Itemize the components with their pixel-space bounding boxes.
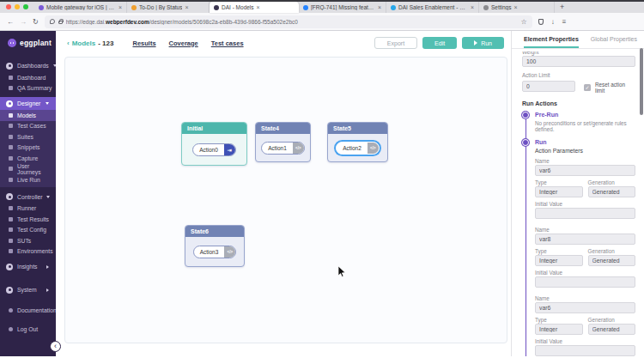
action-pill-action0[interactable]: Action0 ⇥ xyxy=(192,143,236,156)
sidebar-item-environments[interactable]: Environments xyxy=(0,246,56,258)
browser-tab-settings[interactable]: Settings × xyxy=(479,2,555,13)
sidebar-item-snippets[interactable]: Snippets xyxy=(0,143,56,154)
run-step-icon xyxy=(522,139,529,146)
sidebar-item-insights[interactable]: Insights xyxy=(0,260,56,273)
menu-icon[interactable]: ≡ xyxy=(562,18,567,26)
model-node-state4[interactable]: State4 Action1 </> xyxy=(255,122,311,162)
sidebar-item-dashboard[interactable]: Dashboard xyxy=(0,72,56,83)
param-generation-input[interactable] xyxy=(588,324,636,335)
browser-tab-frq741[interactable]: [FRQ-741] Missing feature - te... × xyxy=(299,2,386,13)
action-limit-input[interactable] xyxy=(522,81,575,92)
breadcrumb[interactable]: ‹ Models - 123 xyxy=(67,39,113,47)
model-node-state5[interactable]: State5 Action2 </> xyxy=(327,122,388,162)
node-title[interactable]: State6 xyxy=(185,226,244,237)
browser-tab-dai-models[interactable]: DAI - Models × xyxy=(210,2,299,13)
param-name-input[interactable] xyxy=(535,165,635,176)
sidebar-collapse-button[interactable]: ‹ xyxy=(50,341,61,352)
panel-scrollbar[interactable] xyxy=(640,48,643,115)
window-controls[interactable] xyxy=(0,4,34,13)
close-tab-icon[interactable]: × xyxy=(185,4,188,10)
browser-tab-onedrive[interactable]: DAI Sales Enablement - OneDri... × xyxy=(386,2,479,13)
back-chevron-icon[interactable]: ‹ xyxy=(67,39,70,47)
results-link[interactable]: Results xyxy=(132,39,155,47)
test-cases-link[interactable]: Test cases xyxy=(211,39,244,47)
browser-tab-mobile-gateway[interactable]: Mobile gateway for iOS | Mobi... × xyxy=(34,2,127,13)
param-name-input[interactable] xyxy=(535,302,635,313)
sidebar-item-dashboards[interactable]: Dashboards xyxy=(0,59,56,72)
run-section[interactable]: Run Action Parameters Name Type Generati… xyxy=(535,139,635,356)
forward-icon[interactable]: → xyxy=(20,18,27,26)
minimize-window-icon[interactable] xyxy=(15,4,20,9)
tab-element-properties[interactable]: Element Properties xyxy=(524,36,579,48)
extension-shield-icon[interactable] xyxy=(538,19,544,25)
node-title[interactable]: Initial xyxy=(182,123,246,134)
param-type-input[interactable] xyxy=(535,324,583,335)
model-node-state6[interactable]: State6 Action3 </> xyxy=(185,225,245,267)
sidebar-item-system[interactable]: System xyxy=(0,283,56,296)
model-canvas[interactable]: Initial Action0 ⇥ State4 Action1 </> xyxy=(64,57,507,343)
pre-run-label[interactable]: Pre-Run xyxy=(535,112,635,118)
maximize-window-icon[interactable] xyxy=(23,4,28,9)
sidebar-item-suites[interactable]: Suites xyxy=(0,131,56,143)
sidebar-item-designer[interactable]: Designer xyxy=(0,97,56,110)
sidebar-item-documentation[interactable]: Documentation xyxy=(0,305,56,316)
address-input[interactable]: https://edge.dai.webperfdev.com/designer… xyxy=(45,15,532,28)
param-initial-value-input[interactable] xyxy=(535,208,635,219)
weight-input[interactable] xyxy=(522,56,635,67)
param-initial-value-input[interactable] xyxy=(535,345,635,356)
param-initial-value-input[interactable] xyxy=(535,276,635,288)
param-generation-input[interactable] xyxy=(588,255,636,266)
code-action-icon[interactable]: </> xyxy=(368,143,379,154)
back-icon[interactable]: ← xyxy=(7,18,14,26)
sidebar-item-test-cases[interactable]: Test Cases xyxy=(0,121,56,132)
sidebar-item-capture[interactable]: Capture xyxy=(0,153,56,164)
sidebar-item-test-results[interactable]: Test Results xyxy=(0,214,56,225)
lock-icon[interactable] xyxy=(58,21,63,24)
sidebar-item-log-out[interactable]: Log Out xyxy=(0,325,56,336)
close-tab-icon[interactable]: × xyxy=(118,4,122,10)
coverage-link[interactable]: Coverage xyxy=(169,39,198,47)
sidebar-item-test-config[interactable]: Test Config xyxy=(0,225,56,236)
export-button[interactable]: Export xyxy=(374,37,417,49)
sidebar-item-qa-summary[interactable]: QA Summary xyxy=(0,83,56,94)
close-tab-icon[interactable]: × xyxy=(378,4,381,10)
browser-tab-todo[interactable]: To-Do | By Status × xyxy=(127,2,210,13)
new-tab-button[interactable]: + xyxy=(555,3,569,13)
sidebar-item-suts[interactable]: SUTs xyxy=(0,235,56,246)
close-tab-icon[interactable]: × xyxy=(471,4,474,10)
close-tab-icon[interactable]: × xyxy=(514,4,518,10)
model-node-initial[interactable]: Initial Action0 ⇥ xyxy=(181,122,247,166)
param-name-input[interactable] xyxy=(535,234,635,245)
pre-run-section[interactable]: Pre-Run No preconditions or set/generate… xyxy=(535,112,635,132)
code-action-icon[interactable]: </> xyxy=(293,143,304,154)
reset-action-limit-checkbox[interactable]: ✓ xyxy=(584,84,591,91)
param-generation-input[interactable] xyxy=(588,186,636,197)
bookmark-star-icon[interactable]: ☆ xyxy=(521,18,527,26)
action-pill-action3[interactable]: Action3 </> xyxy=(193,246,237,258)
tab-global-properties[interactable]: Global Properties xyxy=(591,36,637,48)
sidebar-item-controller[interactable]: Controller xyxy=(0,191,56,203)
node-title[interactable]: State4 xyxy=(256,123,310,134)
close-window-icon[interactable] xyxy=(6,4,11,9)
downloads-icon[interactable]: ↓ xyxy=(551,18,555,26)
entry-action-icon[interactable]: ⇥ xyxy=(224,144,235,155)
sidebar-item-user-journeys[interactable]: User Journeys xyxy=(0,164,56,175)
sidebar-item-runner[interactable]: Runner xyxy=(0,203,56,215)
sidebar-item-live-run[interactable]: Live Run xyxy=(0,174,56,185)
sidebar-item-models[interactable]: Models xyxy=(0,110,56,121)
param-type-input[interactable] xyxy=(535,255,583,266)
code-action-icon[interactable]: </> xyxy=(224,246,235,258)
models-icon xyxy=(9,113,13,118)
action-pill-action2-selected[interactable]: Action2 </> xyxy=(336,142,380,155)
reload-icon[interactable]: ↻ xyxy=(33,18,39,26)
tracking-protection-icon[interactable] xyxy=(50,19,55,24)
run-button[interactable]: Run xyxy=(462,37,504,49)
action-pill-action1[interactable]: Action1 </> xyxy=(261,142,305,155)
close-tab-icon[interactable]: × xyxy=(257,4,260,10)
edit-button[interactable]: Edit xyxy=(422,37,457,49)
run-label[interactable]: Run xyxy=(535,139,635,145)
action-parameter-group: Name Type Generation xyxy=(535,295,635,356)
model-title[interactable]: Models xyxy=(72,39,96,47)
param-type-input[interactable] xyxy=(535,186,583,197)
node-title[interactable]: State5 xyxy=(328,123,387,134)
